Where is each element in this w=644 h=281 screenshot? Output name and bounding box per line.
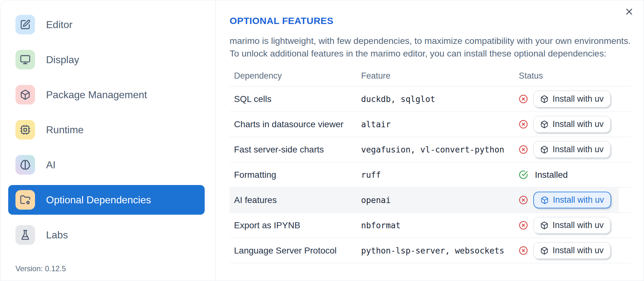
dependency-cell: SQL cells — [234, 94, 361, 104]
box-icon — [540, 247, 548, 255]
install-button-label: Install with uv — [553, 119, 604, 129]
sidebar-item-display[interactable]: Display — [8, 45, 205, 75]
brain-icon — [15, 155, 35, 175]
column-header-dependency: Dependency — [234, 71, 361, 81]
dependency-cell: Charts in datasource viewer — [234, 119, 361, 129]
status-cell: Installed — [519, 170, 631, 180]
box-icon — [540, 146, 548, 154]
status-cell: Install with uv — [519, 91, 631, 107]
feature-cell: nbformat — [361, 221, 519, 230]
table-row: SQL cellsduckdb, sqlglotInstall with uv — [230, 87, 631, 112]
sidebar-item-label: Labs — [46, 229, 68, 241]
column-header-status: Status — [519, 71, 631, 81]
dependency-cell: Fast server-side charts — [234, 145, 361, 155]
sidebar-item-labs[interactable]: Labs — [8, 220, 205, 250]
page-title: OPTIONAL FEATURES — [230, 15, 631, 26]
description-line: To unlock additional features in the mar… — [230, 47, 631, 60]
status-cell: Install with uv — [519, 116, 631, 133]
sidebar-item-ai[interactable]: AI — [8, 150, 205, 180]
box-icon — [541, 196, 549, 204]
folder-cog-icon — [15, 190, 35, 210]
description-line: marimo is lightweight, with few dependen… — [230, 34, 631, 47]
install-with-uv-button[interactable]: Install with uv — [533, 242, 611, 259]
circle-x-icon — [519, 94, 528, 104]
sidebar-item-package-management[interactable]: Package Management — [8, 80, 205, 110]
install-button-label: Install with uv — [553, 246, 604, 255]
sidebar-item-optional-dependencies[interactable]: Optional Dependencies — [8, 185, 205, 215]
feature-cell: python-lsp-server, websockets — [361, 246, 519, 255]
settings-dialog: EditorDisplayPackage ManagementRuntimeAI… — [0, 0, 644, 281]
monitor-icon — [15, 50, 35, 69]
sidebar: EditorDisplayPackage ManagementRuntimeAI… — [0, 0, 216, 281]
install-with-uv-button[interactable]: Install with uv — [533, 91, 611, 107]
sidebar-item-label: Runtime — [46, 124, 84, 136]
column-header-feature: Feature — [361, 71, 519, 81]
close-icon[interactable] — [622, 5, 636, 19]
box-icon — [540, 120, 548, 129]
sidebar-item-label: Display — [46, 54, 79, 66]
dependency-cell: AI features — [234, 195, 361, 205]
version-label: Version: 0.12.5 — [15, 264, 66, 273]
install-button-label: Install with uv — [553, 195, 604, 205]
sidebar-item-label: Optional Dependencies — [46, 194, 151, 206]
install-button-label: Install with uv — [553, 94, 604, 104]
dependencies-table: Dependency Feature Status SQL cellsduckd… — [230, 66, 631, 263]
install-with-uv-button[interactable]: Install with uv — [533, 217, 611, 234]
install-button-label: Install with uv — [553, 220, 604, 230]
main-panel: OPTIONAL FEATURES marimo is lightweight,… — [216, 0, 644, 281]
sidebar-item-label: AI — [46, 159, 56, 171]
sidebar-nav: EditorDisplayPackage ManagementRuntimeAI… — [8, 10, 205, 250]
dependency-cell: Language Server Protocol — [234, 246, 361, 256]
table-row: FormattingruffInstalled — [230, 162, 631, 188]
status-cell: Install with uv — [519, 217, 631, 234]
install-with-uv-button[interactable]: Install with uv — [533, 141, 611, 158]
cpu-icon — [15, 120, 35, 140]
sidebar-item-editor[interactable]: Editor — [8, 10, 205, 39]
table-row: Export as IPYNBnbformatInstall with uv — [230, 213, 631, 238]
box-icon — [540, 95, 548, 103]
table-row: Fast server-side chartsvegafusion, vl-co… — [230, 137, 631, 162]
status-cell: Install with uv — [519, 141, 631, 158]
table-body: SQL cellsduckdb, sqlglotInstall with uvC… — [230, 87, 631, 263]
feature-cell: altair — [361, 120, 519, 129]
installed-label: Installed — [535, 170, 568, 180]
circle-x-icon — [519, 120, 528, 129]
circle-x-icon — [519, 195, 528, 205]
status-cell: Install with uv — [519, 242, 631, 259]
sidebar-item-runtime[interactable]: Runtime — [8, 115, 205, 145]
sidebar-item-label: Editor — [46, 19, 73, 31]
feature-cell: openai — [361, 195, 519, 205]
dependency-cell: Formatting — [234, 170, 361, 180]
circle-x-icon — [519, 246, 528, 255]
install-button-label: Install with uv — [553, 145, 604, 154]
feature-cell: ruff — [361, 170, 519, 180]
dependency-cell: Export as IPYNB — [234, 220, 361, 230]
circle-x-icon — [519, 145, 528, 154]
circle-check-icon — [519, 170, 528, 179]
table-header-row: Dependency Feature Status — [230, 66, 631, 87]
feature-cell: duckdb, sqlglot — [361, 94, 519, 104]
table-row: AI featuresopenaiInstall with uv — [230, 188, 631, 213]
table-row: Language Server Protocolpython-lsp-serve… — [230, 238, 631, 263]
description: marimo is lightweight, with few dependen… — [230, 34, 631, 60]
install-with-uv-button[interactable]: Install with uv — [533, 116, 611, 133]
install-with-uv-button[interactable]: Install with uv — [533, 192, 611, 208]
box-icon — [540, 221, 548, 230]
flask-icon — [15, 225, 35, 245]
feature-cell: vegafusion, vl-convert-python — [361, 145, 519, 154]
status-cell: Install with uv — [519, 192, 631, 208]
package-icon — [15, 85, 35, 105]
table-row: Charts in datasource vieweraltairInstall… — [230, 112, 631, 137]
edit-icon — [15, 15, 35, 34]
circle-x-icon — [519, 221, 528, 230]
sidebar-item-label: Package Management — [46, 89, 147, 101]
